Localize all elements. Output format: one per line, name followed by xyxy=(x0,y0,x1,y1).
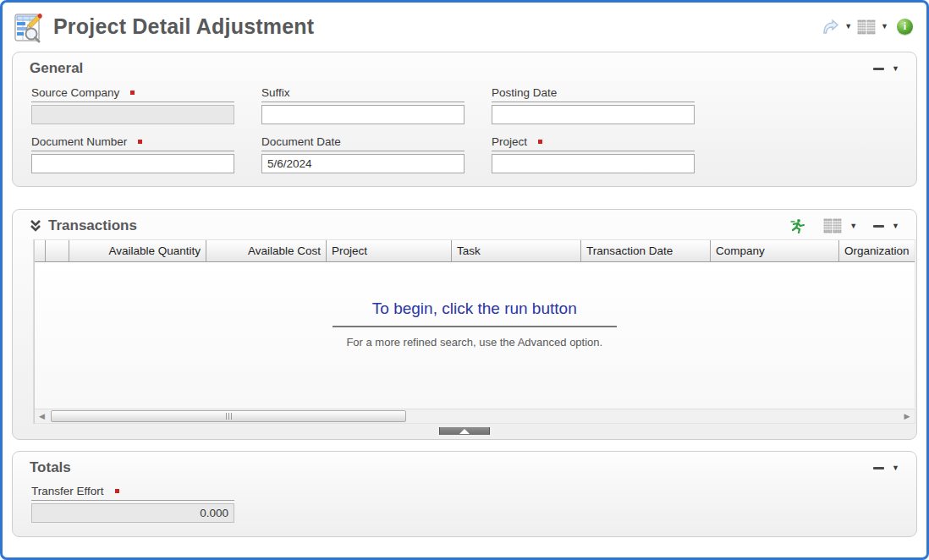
totals-panel: Totals ▼ Transfer Effort xyxy=(12,451,917,537)
navigate-dropdown-caret[interactable]: ▼ xyxy=(843,21,854,32)
empty-state-primary-text: To begin, click the run button xyxy=(35,299,915,318)
grid-header-blank xyxy=(46,240,69,261)
source-company-field: Source Company xyxy=(31,86,234,124)
empty-state-secondary-text: For a more refined search, use the Advan… xyxy=(35,336,915,349)
panel-splitter-handle[interactable] xyxy=(439,427,490,435)
transactions-panel: Transactions xyxy=(12,209,917,440)
scrollbar-track[interactable] xyxy=(49,409,900,423)
source-company-input[interactable] xyxy=(31,105,234,124)
document-date-field: Document Date xyxy=(261,135,464,173)
general-minimize-icon[interactable] xyxy=(873,68,884,70)
project-input[interactable] xyxy=(492,154,695,173)
transfer-effort-input[interactable] xyxy=(31,503,234,523)
grid-body: To begin, click the run button For a mor… xyxy=(35,262,915,409)
general-panel: General ▼ Source Company Suffix xyxy=(12,52,917,187)
suffix-label: Suffix xyxy=(261,86,464,102)
transactions-menu-caret[interactable]: ▼ xyxy=(890,221,901,232)
grid-header-row: Available Quantity Available Cost Projec… xyxy=(35,240,915,262)
col-header-task[interactable]: Task xyxy=(452,240,581,261)
grid-empty-state: To begin, click the run button For a mor… xyxy=(35,262,915,349)
grid-grip-cell[interactable] xyxy=(35,240,46,261)
project-detail-adjustment-window: Project Detail Adjustment ▼ xyxy=(0,0,929,560)
column-chooser-icon[interactable] xyxy=(857,19,876,35)
document-date-label: Document Date xyxy=(261,135,464,151)
info-icon[interactable]: i xyxy=(897,19,913,35)
page-title: Project Detail Adjustment xyxy=(53,14,314,39)
required-marker xyxy=(538,140,542,144)
scrollbar-thumb[interactable] xyxy=(51,410,406,422)
document-number-field: Document Number xyxy=(31,135,234,173)
col-header-transaction-date[interactable]: Transaction Date xyxy=(581,240,711,261)
run-button[interactable] xyxy=(789,218,805,233)
titlebar: Project Detail Adjustment ▼ xyxy=(3,3,926,47)
scroll-right-arrow-icon[interactable]: ▶ xyxy=(900,409,915,424)
suffix-field: Suffix xyxy=(261,86,464,124)
totals-minimize-icon[interactable] xyxy=(873,467,884,469)
grid-column-chooser-icon[interactable] xyxy=(823,218,842,233)
project-field: Project xyxy=(492,135,695,173)
transactions-panel-title: Transactions xyxy=(48,217,137,234)
suffix-input[interactable] xyxy=(261,105,464,124)
totals-menu-caret[interactable]: ▼ xyxy=(890,463,901,474)
transactions-panel-header: Transactions xyxy=(13,210,916,236)
grid-column-chooser-caret[interactable]: ▼ xyxy=(848,221,859,232)
posting-date-field: Posting Date xyxy=(492,86,695,124)
required-marker xyxy=(130,91,135,95)
document-date-input[interactable] xyxy=(261,154,464,173)
document-number-label: Document Number xyxy=(31,135,234,151)
transfer-effort-field: Transfer Effort xyxy=(31,485,234,523)
column-chooser-caret[interactable]: ▼ xyxy=(879,21,890,32)
general-menu-caret[interactable]: ▼ xyxy=(890,63,901,74)
project-label: Project xyxy=(492,135,695,151)
required-marker xyxy=(138,140,142,144)
totals-panel-title: Totals xyxy=(30,459,71,476)
transfer-effort-label: Transfer Effort xyxy=(31,485,234,501)
general-panel-header: General ▼ xyxy=(13,52,916,79)
titlebar-actions: ▼ ▼ i xyxy=(821,19,913,36)
empty-state-divider xyxy=(333,326,617,327)
document-number-input[interactable] xyxy=(31,154,234,173)
col-header-project[interactable]: Project xyxy=(327,240,452,261)
navigate-arrow-icon[interactable] xyxy=(821,19,839,36)
posting-date-label: Posting Date xyxy=(492,86,695,102)
posting-date-input[interactable] xyxy=(492,105,695,124)
scroll-left-arrow-icon[interactable]: ◀ xyxy=(35,409,49,424)
required-marker xyxy=(115,489,119,493)
general-fields: Source Company Suffix Posting Date Docum… xyxy=(13,79,916,186)
col-header-available-quantity[interactable]: Available Quantity xyxy=(69,240,206,261)
col-header-company[interactable]: Company xyxy=(711,240,839,261)
general-panel-title: General xyxy=(30,60,83,77)
col-header-organization[interactable]: Organization xyxy=(839,240,915,261)
transactions-minimize-icon[interactable] xyxy=(873,225,884,228)
col-header-available-cost[interactable]: Available Cost xyxy=(206,240,327,261)
collapse-double-chevron-icon[interactable] xyxy=(30,219,41,233)
source-company-label: Source Company xyxy=(31,86,234,102)
totals-panel-header: Totals ▼ xyxy=(13,452,916,478)
project-detail-adjustment-app-icon xyxy=(13,11,45,43)
splitter-up-arrow-icon xyxy=(459,429,470,434)
horizontal-scrollbar[interactable]: ◀ ▶ xyxy=(35,409,915,423)
transactions-grid: Available Quantity Available Cost Projec… xyxy=(33,239,891,424)
